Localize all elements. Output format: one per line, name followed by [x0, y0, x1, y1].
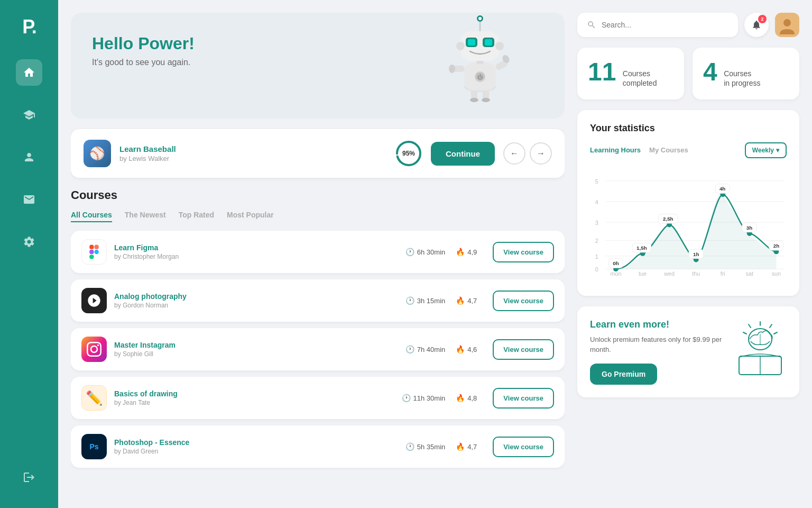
sidebar-nav: [16, 59, 42, 466]
view-course-photography[interactable]: View course: [493, 291, 554, 311]
avatar-button[interactable]: [775, 13, 799, 37]
sidebar-logo: P.: [22, 16, 35, 38]
svg-text:sat: sat: [746, 270, 753, 277]
drawing-duration-text: 11h 30min: [413, 394, 446, 402]
tab-top-rated[interactable]: Top Rated: [179, 211, 214, 222]
svg-rect-18: [485, 39, 492, 46]
instagram-duration-text: 7h 40min: [417, 346, 445, 353]
tab-most-popular[interactable]: Most Popular: [227, 211, 274, 222]
svg-text:4h: 4h: [719, 186, 725, 192]
tab-newest[interactable]: The Newest: [125, 211, 166, 222]
instagram-title[interactable]: Master Instagram: [114, 341, 398, 349]
drawing-duration: 🕐 11h 30min: [402, 394, 446, 402]
go-premium-button[interactable]: Go Premium: [590, 364, 657, 385]
svg-text:sun: sun: [772, 270, 781, 277]
sidebar-item-settings[interactable]: [16, 229, 42, 255]
brain-book-illustration: [734, 319, 787, 377]
sidebar-item-home[interactable]: [16, 59, 42, 86]
figma-title[interactable]: Learn Figma: [114, 243, 398, 252]
drawing-title[interactable]: Basics of drawing: [114, 389, 394, 398]
svg-text:tue: tue: [639, 270, 647, 277]
inprogress-label: Coursesin progress: [724, 69, 760, 88]
right-header: 2: [577, 13, 799, 37]
instagram-icon: [81, 337, 107, 362]
drawing-rating: 🔥 4,8: [456, 394, 477, 402]
sidebar-item-profile[interactable]: [16, 144, 42, 170]
robot-illustration: ⏻: [440, 13, 520, 108]
clock-icon3: 🕐: [405, 345, 414, 353]
photoshop-duration-text: 5h 35min: [417, 443, 445, 451]
svg-text:mon: mon: [610, 270, 621, 277]
figma-rating: 🔥 4,9: [456, 248, 477, 256]
sidebar-active-indicator: [42, 67, 50, 78]
completed-number: 11: [588, 59, 616, 85]
svg-rect-29: [89, 255, 94, 259]
premium-title: Learn even more!: [590, 319, 725, 330]
prev-button[interactable]: ←: [503, 142, 525, 165]
continue-course-title[interactable]: Learn Baseball: [119, 144, 386, 153]
mail-icon: [23, 193, 35, 206]
stats-tab-hours[interactable]: Learning Hours: [590, 146, 641, 154]
stats-tab-courses[interactable]: My Courses: [649, 146, 688, 154]
view-course-drawing[interactable]: View course: [493, 388, 554, 409]
figma-author: by Christopher Morgan: [114, 253, 398, 260]
notification-button[interactable]: 2: [744, 13, 769, 37]
svg-text:thu: thu: [692, 270, 700, 277]
premium-description: Unlock premium features only for $9.99 p…: [590, 334, 725, 355]
svg-text:0h: 0h: [613, 260, 619, 266]
course-card-photography: Analog photography by Gordon Norman 🕐 3h…: [71, 279, 565, 322]
statistics-chart: 5 4 3 2 1 0: [590, 167, 787, 283]
continue-course-info: Learn Baseball by Lewis Walker: [119, 144, 386, 162]
photo-course-info: Analog photography by Gordon Norman: [114, 292, 398, 309]
figma-duration-text: 6h 30min: [417, 248, 445, 256]
premium-illustration: [734, 319, 787, 379]
photoshop-title[interactable]: Photoshop - Essence: [114, 438, 398, 447]
logout-button[interactable]: [17, 466, 41, 492]
next-button[interactable]: →: [530, 142, 552, 165]
courses-title: Courses: [71, 188, 565, 202]
sidebar-item-messages[interactable]: [16, 186, 42, 213]
drawing-icon: ✏️: [81, 385, 107, 411]
baseball-thumbnail: ⚾: [84, 140, 111, 167]
person-icon: [23, 151, 35, 164]
figma-course-info: Learn Figma by Christopher Morgan: [114, 243, 398, 260]
notification-badge: 2: [758, 15, 767, 23]
svg-text:0: 0: [595, 266, 598, 273]
nav-arrows: ← →: [503, 142, 552, 165]
drawing-meta: 🕐 11h 30min 🔥 4,8: [402, 394, 477, 402]
search-input[interactable]: [602, 21, 728, 29]
svg-point-3: [470, 98, 478, 102]
course-card-photoshop: Ps Photoshop - Essence by David Green 🕐 …: [71, 425, 565, 468]
view-course-photoshop[interactable]: View course: [493, 437, 554, 457]
user-avatar: [778, 15, 797, 34]
photo-author: by Gordon Norman: [114, 302, 398, 309]
view-course-figma[interactable]: View course: [493, 242, 554, 262]
svg-text:wed: wed: [663, 270, 675, 277]
svg-point-10: [449, 65, 455, 73]
svg-rect-26: [89, 244, 94, 249]
clock-icon4: 🕐: [402, 394, 411, 402]
progress-text: 95%: [402, 150, 415, 157]
instagram-course-info: Master Instagram by Sophie Gill: [114, 341, 398, 358]
inprogress-number: 4: [703, 59, 717, 85]
svg-text:3: 3: [595, 220, 598, 226]
ps-text: Ps: [89, 442, 98, 451]
view-course-instagram[interactable]: View course: [493, 339, 554, 360]
sidebar-item-courses[interactable]: [16, 102, 42, 128]
figma-rating-text: 4,9: [467, 248, 477, 256]
svg-line-80: [743, 332, 746, 334]
photo-rating: 🔥 4,7: [456, 296, 477, 305]
svg-text:4: 4: [595, 199, 598, 205]
stats-row: 11 Coursescompleted 4 Coursesin progress: [577, 48, 799, 99]
clock-icon: 🕐: [405, 248, 414, 256]
drawing-rating-text: 4,8: [467, 394, 477, 402]
main-content: Hello Power! It's good to see you again.: [58, 0, 812, 508]
svg-point-22: [456, 42, 465, 50]
tab-all-courses[interactable]: All Courses: [71, 211, 112, 222]
svg-point-30: [94, 250, 98, 254]
instagram-rating-text: 4,6: [467, 346, 477, 353]
svg-text:2h: 2h: [773, 243, 779, 249]
photo-title[interactable]: Analog photography: [114, 292, 398, 301]
continue-button[interactable]: Continue: [431, 142, 495, 166]
weekly-filter[interactable]: Weekly ▾: [745, 142, 787, 158]
